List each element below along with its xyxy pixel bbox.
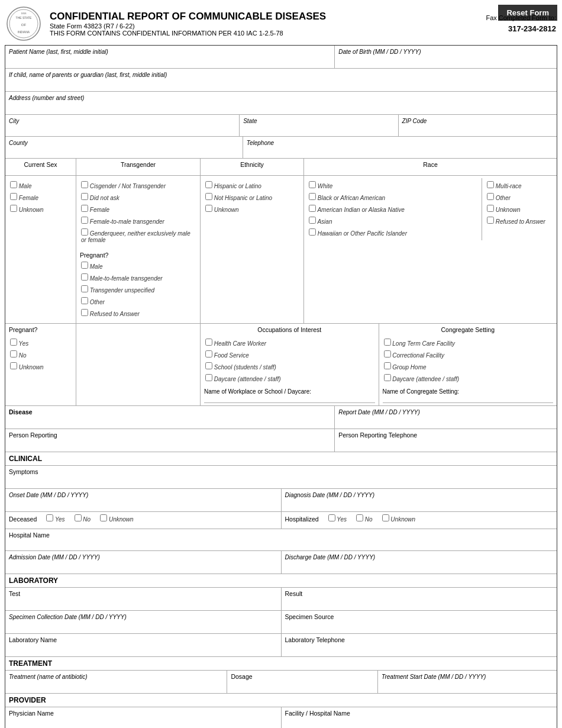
dosage-input[interactable] (231, 684, 374, 691)
race-refused-item[interactable]: Refused to Answer (487, 216, 552, 225)
hosp-unknown-item[interactable]: Unknown (382, 514, 415, 523)
onset-input[interactable] (9, 502, 277, 509)
race-other-checkbox[interactable] (487, 193, 494, 200)
deceased-yes-item[interactable]: Yes (46, 514, 64, 523)
lab-name-input[interactable] (9, 647, 277, 654)
specimen-source-input[interactable] (285, 624, 554, 631)
trans-female-checkbox[interactable] (81, 205, 88, 212)
cong-ltc-item[interactable]: Long Term Care Facility (384, 338, 553, 347)
facility-name-input[interactable] (285, 720, 554, 727)
trans-unspecified-item[interactable]: Transgender unspecified (81, 285, 195, 294)
sex-male-item[interactable]: Male (10, 181, 71, 189)
occ-food-item[interactable]: Food Service (205, 350, 374, 359)
trans-genderqueer-item[interactable]: Genderqueer, neither exclusively male or… (81, 228, 195, 243)
telephone-input[interactable] (247, 149, 553, 156)
trans-male-item[interactable]: Male (81, 261, 195, 270)
result-input[interactable] (285, 601, 554, 608)
eth-not-hispanic-item[interactable]: Not Hispanic or Latino (205, 192, 299, 201)
trans-cisgender-item[interactable]: Cisgender / Not Transgender (81, 181, 195, 189)
race-unknown-checkbox[interactable] (487, 205, 494, 212)
race-other-item[interactable]: Other (487, 192, 552, 201)
pregnant-yes-item[interactable]: Yes (10, 338, 71, 347)
cong-correctional-checkbox[interactable] (384, 350, 391, 357)
deceased-no-checkbox[interactable] (75, 514, 82, 521)
occ-school-item[interactable]: School (students / staff) (205, 362, 374, 371)
pregnant-no-checkbox[interactable] (10, 350, 17, 357)
treatment-name-input[interactable] (9, 684, 223, 691)
cong-grouphome-item[interactable]: Group Home (384, 362, 553, 371)
symptoms-input[interactable] (9, 479, 553, 486)
zip-input[interactable] (402, 127, 553, 134)
trans-mtf-checkbox[interactable] (81, 273, 88, 281)
person-telephone-input[interactable] (338, 442, 553, 449)
race-unknown-item[interactable]: Unknown (487, 204, 552, 213)
trans-male-checkbox[interactable] (81, 262, 88, 269)
patient-name-input[interactable] (9, 59, 331, 66)
trans-female-item[interactable]: Female (81, 204, 195, 213)
occ-daycare-item[interactable]: Daycare (attendee / staff) (205, 373, 374, 382)
sex-female-checkbox[interactable] (10, 193, 17, 200)
trans-did-not-ask-checkbox[interactable] (81, 193, 88, 200)
trans-ftm-item[interactable]: Female-to-male transgender (81, 216, 195, 225)
trans-other-checkbox[interactable] (81, 297, 88, 304)
city-input[interactable] (9, 127, 235, 134)
race-black-checkbox[interactable] (309, 193, 316, 200)
sex-unknown-item[interactable]: Unknown (10, 204, 71, 213)
diagnosis-input[interactable] (285, 502, 554, 509)
deceased-no-item[interactable]: No (75, 514, 91, 523)
hosp-yes-checkbox[interactable] (328, 514, 335, 521)
discharge-input[interactable] (285, 564, 554, 571)
trans-did-not-ask-item[interactable]: Did not ask (81, 192, 195, 201)
hosp-no-item[interactable]: No (356, 514, 373, 523)
race-black-item[interactable]: Black or African American (309, 192, 477, 201)
deceased-unknown-checkbox[interactable] (100, 514, 107, 521)
lab-telephone-input[interactable] (285, 647, 554, 654)
trans-unspecified-checkbox[interactable] (81, 285, 88, 292)
occ-school-checkbox[interactable] (205, 362, 212, 369)
hosp-unknown-checkbox[interactable] (382, 514, 389, 521)
race-multirace-checkbox[interactable] (487, 181, 494, 188)
race-multirace-item[interactable]: Multi-race (487, 181, 552, 189)
occ-healthcare-checkbox[interactable] (205, 339, 212, 346)
sex-male-checkbox[interactable] (10, 181, 17, 188)
report-date-input[interactable] (338, 419, 553, 426)
disease-input[interactable] (9, 419, 331, 426)
dob-input[interactable] (338, 59, 553, 66)
sex-unknown-checkbox[interactable] (10, 205, 17, 212)
trans-ftm-checkbox[interactable] (81, 217, 88, 224)
cong-correctional-item[interactable]: Correctional Facility (384, 350, 553, 359)
cong-daycare-item[interactable]: Daycare (attendee / staff) (384, 373, 553, 382)
eth-hispanic-checkbox[interactable] (205, 181, 212, 188)
person-reporting-input[interactable] (9, 442, 331, 449)
eth-not-hispanic-checkbox[interactable] (205, 193, 212, 200)
deceased-yes-checkbox[interactable] (46, 514, 53, 521)
pregnant-unknown-checkbox[interactable] (10, 362, 17, 369)
eth-unknown-item[interactable]: Unknown (205, 204, 299, 213)
guardian-input[interactable] (9, 82, 553, 89)
race-ai-checkbox[interactable] (309, 205, 316, 212)
eth-hispanic-item[interactable]: Hispanic or Latino (205, 181, 299, 189)
trans-genderqueer-checkbox[interactable] (81, 228, 88, 236)
race-white-checkbox[interactable] (309, 181, 316, 188)
trans-refused-item[interactable]: Refused to Answer (81, 308, 195, 317)
cong-ltc-checkbox[interactable] (384, 339, 391, 346)
race-ai-item[interactable]: American Indian or Alaska Native (309, 204, 477, 213)
admission-input[interactable] (9, 564, 277, 571)
trans-other-item[interactable]: Other (81, 297, 195, 305)
hosp-no-checkbox[interactable] (356, 514, 363, 521)
eth-unknown-checkbox[interactable] (205, 205, 212, 212)
trans-cisgender-checkbox[interactable] (81, 181, 88, 188)
race-refused-checkbox[interactable] (487, 217, 494, 224)
trans-refused-checkbox[interactable] (81, 309, 88, 316)
pregnant-no-item[interactable]: No (10, 350, 71, 359)
address-input[interactable] (9, 105, 553, 112)
start-date-input[interactable] (382, 684, 553, 691)
deceased-unknown-item[interactable]: Unknown (100, 514, 133, 523)
physician-input[interactable] (9, 720, 277, 727)
cong-daycare-checkbox[interactable] (384, 374, 391, 381)
pregnant-yes-checkbox[interactable] (10, 339, 17, 346)
race-asian-item[interactable]: Asian (309, 216, 477, 225)
race-hawaiian-checkbox[interactable] (309, 228, 316, 236)
county-input[interactable] (9, 149, 239, 156)
hospital-name-input[interactable] (9, 541, 553, 548)
